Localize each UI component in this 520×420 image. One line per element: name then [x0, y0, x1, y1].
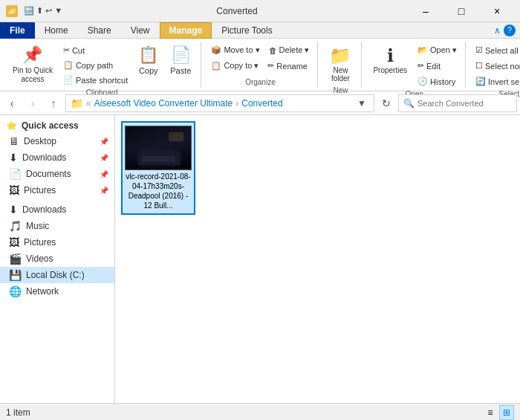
cut-button[interactable]: ✂ Cut	[59, 43, 131, 57]
pin-quick-access-button[interactable]: 📌 Pin to Quickaccess	[7, 43, 58, 87]
back-button[interactable]: ‹	[3, 94, 21, 112]
tab-file[interactable]: File	[0, 22, 35, 39]
ribbon-content: 📌 Pin to Quickaccess ✂ Cut 📋 Copy path 📄…	[0, 40, 520, 89]
sidebar-item-documents[interactable]: 📄 Documents 📌	[0, 166, 114, 182]
list-view-button[interactable]: ≡	[483, 405, 498, 420]
maximize-button[interactable]: □	[444, 0, 478, 22]
select-none-button[interactable]: ☐ Select none	[472, 59, 520, 73]
paste-button[interactable]: 📄 Paste	[165, 43, 196, 87]
thumbnail-inner	[126, 126, 191, 169]
open-button[interactable]: 📂 Open ▾	[414, 43, 461, 57]
cut-copy-paste-group: ✂ Cut 📋 Copy path 📄 Paste shortcut	[59, 43, 131, 87]
collapse-ribbon-btn[interactable]: ∧	[494, 25, 501, 36]
paste-shortcut-button[interactable]: 📄 Paste shortcut	[59, 73, 131, 87]
search-input[interactable]	[417, 99, 520, 108]
ribbon-tabs: File Home Share View Manage Picture Tool…	[0, 22, 520, 39]
invert-icon: 🔄	[475, 77, 486, 86]
sidebar-item-pictures-quick[interactable]: 🖼 Pictures 📌	[0, 182, 114, 198]
copy-to-icon: 📋	[211, 61, 221, 71]
title-bar-left: 📁 🔙 ⬆ ↩ ▼	[6, 5, 65, 17]
file-label: vlc-record-2021-08-04-17h33m20s-Deadpool…	[126, 172, 191, 210]
history-icon: 🕒	[417, 77, 428, 86]
select-items: ☑ Select all ☐ Select none 🔄 Invert sele…	[472, 43, 520, 88]
new-folder-button[interactable]: 📁 Newfolder	[324, 43, 357, 85]
path-segment-2[interactable]: Converted	[241, 98, 282, 109]
tab-home[interactable]: Home	[35, 22, 78, 39]
file-item-video[interactable]: vlc-record-2021-08-04-17h33m20s-Deadpool…	[121, 121, 195, 215]
close-button[interactable]: ×	[480, 0, 514, 22]
sidebar-item-desktop[interactable]: 🖥 Desktop 📌	[0, 133, 114, 149]
select-all-button[interactable]: ☑ Select all	[472, 43, 520, 57]
refresh-button[interactable]: ↻	[377, 94, 395, 112]
sidebar-item-videos[interactable]: 🎬 Videos	[0, 251, 114, 267]
organize-items: 📦 Move to ▾ 🗑 Delete ▾ 📋 Copy to ▾ ✏	[207, 43, 313, 77]
forward-button[interactable]: ›	[24, 94, 42, 112]
invert-selection-button[interactable]: 🔄 Invert selection	[472, 74, 520, 88]
paste-icon: 📄	[171, 45, 191, 65]
properties-icon: ℹ	[387, 45, 394, 66]
title-bar: 📁 🔙 ⬆ ↩ ▼ Converted – □ ×	[0, 0, 520, 22]
clipboard-group: 📌 Pin to Quickaccess ✂ Cut 📋 Copy path 📄…	[3, 42, 201, 88]
select-group: ☑ Select all ☐ Select none 🔄 Invert sele…	[467, 42, 520, 88]
rename-icon: ✏	[267, 61, 274, 71]
list-view-icon: ≡	[487, 407, 493, 418]
minimize-button[interactable]: –	[409, 0, 443, 22]
properties-button[interactable]: ℹ Properties	[368, 43, 412, 88]
item-count: 1 item	[6, 407, 30, 418]
detail-view-button[interactable]: ⊞	[499, 405, 514, 420]
tab-share[interactable]: Share	[78, 22, 121, 39]
select-none-icon: ☐	[475, 61, 483, 71]
tab-picture-tools[interactable]: Picture Tools	[212, 22, 282, 39]
copy-icon: 📋	[138, 45, 158, 65]
content-area: vlc-record-2021-08-04-17h33m20s-Deadpool…	[115, 115, 520, 403]
delete-button[interactable]: 🗑 Delete ▾	[265, 43, 313, 57]
open-group: ℹ Properties 📂 Open ▾ ✏ Edit 🕒 History	[363, 42, 466, 88]
select-all-icon: ☑	[475, 45, 483, 55]
address-path[interactable]: 📁 « Aiseesoft Video Converter Ultimate ›…	[65, 94, 374, 112]
tab-manage[interactable]: Manage	[160, 22, 212, 39]
light-effect	[169, 132, 183, 141]
window-controls: – □ ×	[409, 0, 514, 22]
local-disk-icon: 💾	[9, 269, 22, 281]
new-label: New	[333, 86, 348, 94]
delete-icon: 🗑	[269, 46, 277, 55]
clipboard-items: 📌 Pin to Quickaccess ✂ Cut 📋 Copy path 📄…	[7, 43, 196, 87]
copy-button[interactable]: 📋 Copy	[133, 43, 163, 87]
open-items: ℹ Properties 📂 Open ▾ ✏ Edit 🕒 History	[368, 43, 461, 88]
up-button[interactable]: ↑	[45, 94, 62, 112]
move-to-button[interactable]: 📦 Move to ▾	[207, 43, 263, 57]
documents-icon: 📄	[9, 168, 22, 180]
pin-indicator-4: 📌	[100, 187, 108, 195]
pictures-quick-icon: 🖼	[9, 184, 19, 196]
new-folder-icon: 📁	[329, 45, 351, 66]
move-to-icon: 📦	[211, 45, 221, 55]
rename-button[interactable]: ✏ Rename	[264, 59, 311, 73]
help-button[interactable]: ?	[504, 25, 516, 36]
downloads-quick-icon: ⬇	[9, 152, 18, 164]
sidebar-item-music[interactable]: 🎵 Music	[0, 218, 114, 234]
sidebar-item-downloads[interactable]: ⬇ Downloads	[0, 201, 114, 218]
file-thumbnail	[125, 126, 192, 170]
path-separator-1: «	[86, 98, 91, 109]
tab-view[interactable]: View	[121, 22, 160, 39]
organize-row1: 📦 Move to ▾ 🗑 Delete ▾	[207, 43, 313, 57]
sidebar-item-downloads-quick[interactable]: ⬇ Downloads 📌	[0, 149, 114, 166]
network-icon: 🌐	[9, 285, 22, 297]
edit-button[interactable]: ✏ Edit	[414, 59, 461, 73]
copy-to-button[interactable]: 📋 Copy to ▾	[207, 59, 262, 73]
star-icon: ⭐	[6, 120, 17, 131]
address-dropdown-button[interactable]: ▼	[354, 98, 369, 109]
sidebar-item-local-disk[interactable]: 💾 Local Disk (C:)	[0, 267, 114, 283]
copy-path-button[interactable]: 📋 Copy path	[59, 58, 131, 72]
window-title: Converted	[216, 6, 257, 16]
folder-icon: 📁	[6, 5, 18, 17]
path-folder-icon: 📁	[71, 97, 83, 109]
path-segment-1[interactable]: Aiseesoft Video Converter Ultimate	[94, 98, 233, 109]
history-button[interactable]: 🕒 History	[414, 74, 461, 88]
organize-label: Organize	[245, 78, 276, 86]
new-items: 📁 Newfolder	[324, 43, 357, 85]
car-top	[142, 156, 175, 162]
sidebar-item-pictures[interactable]: 🖼 Pictures	[0, 234, 114, 251]
music-icon: 🎵	[9, 220, 22, 232]
sidebar-item-network[interactable]: 🌐 Network	[0, 283, 114, 300]
